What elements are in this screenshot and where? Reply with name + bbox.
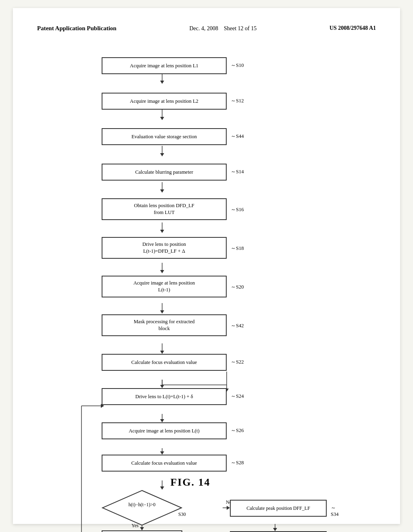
step-s30-diamond: h(t)−h(t−1)>0 [102,490,182,526]
step-s42: Mask processing for extracted block [102,314,227,336]
step-s14: Calculate blurring parameter [102,164,227,181]
svg-marker-30 [140,527,144,530]
header-patent-num: US 2008/297648 A1 [330,24,376,32]
step-s18-label: ～S18 [231,245,244,252]
step-s16-label: ～S16 [231,206,244,213]
step-s10-text: Acquire image at lens position L1 [130,62,198,70]
step-s16: Obtain lens position DFD_LF from LUT [102,198,227,220]
step-s12-text: Acquire image at lens position L2 [130,98,198,105]
patent-page: Patent Application Publication Dec. 4, 2… [13,8,400,524]
svg-marker-32 [227,506,230,510]
patent-num-label: US 2008/297648 A1 [330,25,376,31]
svg-text:h(t)−h(t−1)>0: h(t)−h(t−1)>0 [129,502,156,507]
step-s18-text: Drive lens to position [142,241,186,248]
header-meta: Dec. 4, 2008 Sheet 12 of 15 [189,24,257,33]
svg-marker-34 [273,528,277,531]
step-s42-text: Mask processing for extracted [134,318,195,326]
step-s42-label: ～S42 [231,322,244,329]
step-s22: Calculate focus evaluation value [102,354,227,371]
svg-marker-13 [160,310,164,314]
step-s34-label: ～S34 [331,505,344,517]
step-s26-label: ～S26 [231,427,244,434]
step-s44: Evaluation value storage section [102,128,227,145]
header-title: Patent Application Publication [37,24,117,33]
patent-app-pub-label: Patent Application Publication [37,25,117,31]
fig-label-text: FIG. 14 [170,476,210,488]
figure-label: FIG. 14 [5,476,376,488]
svg-marker-5 [160,153,164,156]
step-s24-label: ～S24 [231,393,244,400]
svg-marker-45 [102,490,181,525]
step-s22-label: ～S22 [231,359,244,366]
step-s26-text: Acquire image at lens position L(t) [129,428,199,435]
svg-marker-24 [160,419,164,422]
flowchart: No Yes S30 S32 Acquire image at lens pos… [69,45,344,468]
svg-marker-1 [160,81,164,84]
step-s14-text: Calculate blurring parameter [135,169,193,176]
step-s10: Acquire image at lens position L1 [102,57,227,74]
svg-marker-9 [160,230,164,233]
step-s22-text: Calculate focus evaluation value [131,359,197,366]
step-s34: Calculate peak position DFF_LF [230,500,327,517]
step-s28-text: Calculate focus evaluation value [131,460,197,467]
step-s10-label: ～S10 [231,62,244,69]
step-s20-text: Acquire image at lens position [133,280,195,287]
step-s24: Drive lens to L(t)=L(t-1) + δ [102,388,227,405]
step-s26: Acquire image at lens position L(t) [102,422,227,439]
step-s14-label: ～S14 [231,168,244,175]
step-s12: Acquire image at lens position L2 [102,93,227,110]
step-s20-label: ～S20 [231,284,244,291]
step-s32: h(t−1)=L(t) [102,530,182,532]
svg-marker-22 [160,385,164,388]
pub-date-label: Dec. 4, 2008 [189,25,218,31]
step-s28: Calculate focus evaluation value [102,455,227,472]
step-s12-label: ～S12 [231,98,244,104]
step-s24-text: Drive lens to L(t)=L(t-1) + δ [135,393,193,401]
sheet-label: Sheet 12 of 15 [224,25,257,31]
svg-marker-26 [160,451,164,455]
step-s28-label: ～S28 [231,459,244,466]
svg-marker-7 [160,189,164,193]
svg-marker-3 [160,117,164,120]
svg-marker-11 [160,270,164,273]
step-s18: Drive lens to position L(t-1)=DFD_LF + Δ [102,237,227,259]
svg-marker-15 [160,351,164,354]
page-header: Patent Application Publication Dec. 4, 2… [37,24,376,33]
step-s16-text: Obtain lens position DFD_LF [134,202,194,210]
step-s20: Acquire image at lens position L(t-1) [102,276,227,297]
step-s34-text: Calculate peak position DFF_LF [246,505,310,512]
step-s44-text: Evaluation value storage section [131,133,197,141]
step-s44-label: ～S44 [231,133,244,140]
